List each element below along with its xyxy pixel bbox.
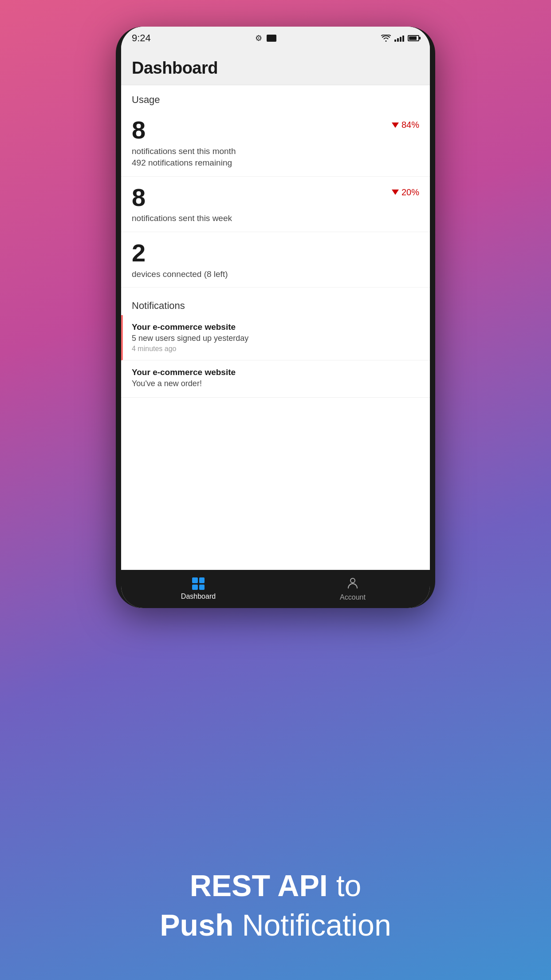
notification-body-1: 5 new users signed up yesterday	[132, 334, 419, 343]
notification-item-2: Your e-commerce website You've a new ord…	[121, 360, 430, 398]
down-arrow-icon	[392, 122, 399, 128]
status-bar: 9:24 ⚙	[121, 27, 430, 50]
down-arrow-icon-2	[392, 190, 399, 195]
page-title: Dashboard	[132, 59, 218, 77]
stat-desc-monthly: notifications sent this month 492 notifi…	[132, 146, 419, 169]
stat-item-weekly: 8 notifications sent this week 20%	[121, 177, 430, 232]
content-area: Usage 8 notifications sent this month 49…	[121, 85, 430, 570]
notifications-section: Notifications Your e-commerce website 5 …	[121, 288, 430, 398]
notification-title-1: Your e-commerce website	[132, 322, 419, 332]
stat-badge-weekly: 20%	[392, 187, 419, 198]
nav-item-dashboard[interactable]: Dashboard	[121, 573, 276, 605]
notification-light: Notification	[233, 908, 391, 942]
nav-label-dashboard: Dashboard	[181, 593, 216, 601]
battery-icon	[408, 35, 419, 41]
push-bold: Push	[160, 908, 233, 942]
bottom-headline-line2: Push Notification	[0, 905, 551, 944]
stat-number-monthly: 8	[132, 116, 419, 144]
stat-desc-weekly: notifications sent this week	[132, 213, 419, 225]
signal-icon	[394, 35, 404, 42]
svg-point-0	[350, 578, 355, 583]
status-icons: ⚙	[255, 33, 276, 43]
to-light: to	[328, 869, 362, 902]
stat-item-devices: 2 devices connected (8 left)	[121, 232, 430, 288]
notifications-section-header: Notifications	[121, 291, 430, 315]
stat-desc-devices: devices connected (8 left)	[132, 269, 419, 281]
phone-shell: 9:24 ⚙	[116, 27, 435, 608]
bottom-nav: Dashboard Account	[121, 570, 430, 608]
person-icon	[346, 577, 359, 591]
notification-title-2: Your e-commerce website	[132, 368, 419, 377]
nav-label-account: Account	[340, 593, 366, 601]
wifi-icon	[381, 35, 391, 42]
notification-time-1: 4 minutes ago	[132, 345, 419, 353]
battery-fill	[409, 36, 417, 40]
dashboard-icon	[192, 577, 205, 590]
notification-body-2: You've a new order!	[132, 379, 419, 388]
rest-api-bold: REST API	[190, 869, 328, 902]
phone-screen: 9:24 ⚙	[121, 27, 430, 608]
stat-badge-monthly: 84%	[392, 120, 419, 130]
sim-icon	[267, 35, 276, 42]
stat-number-devices: 2	[132, 239, 419, 267]
notification-item-1: Your e-commerce website 5 new users sign…	[121, 315, 430, 360]
bottom-headline-line1: REST API to	[0, 866, 551, 905]
stat-item-monthly: 8 notifications sent this month 492 noti…	[121, 109, 430, 177]
bottom-text-area: REST API to Push Notification	[0, 866, 551, 944]
nav-item-account[interactable]: Account	[276, 572, 430, 606]
usage-section: Usage 8 notifications sent this month 49…	[121, 85, 430, 288]
usage-section-header: Usage	[121, 85, 430, 109]
stat-number-weekly: 8	[132, 184, 419, 211]
app-header: Dashboard	[121, 50, 430, 85]
status-time: 9:24	[132, 32, 151, 44]
status-right-icons	[381, 35, 419, 42]
gear-icon: ⚙	[255, 33, 262, 43]
